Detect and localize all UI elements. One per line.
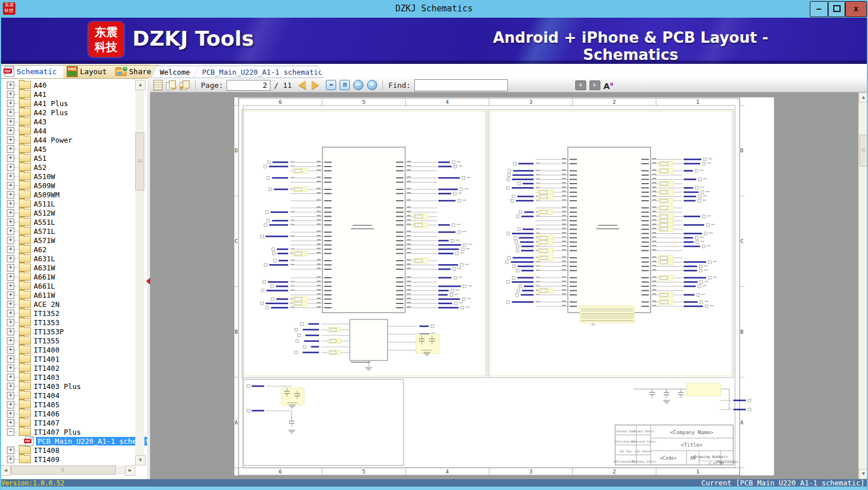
expand-node-icon[interactable]: + <box>7 282 14 290</box>
expand-node-icon[interactable]: + <box>7 228 14 235</box>
tree-item-folder[interactable]: +IT1403 <box>0 372 135 382</box>
tree-item-folder[interactable]: +IT1352 <box>0 309 135 318</box>
expand-node-icon[interactable]: + <box>7 118 14 125</box>
zoom-in-icon[interactable]: + <box>367 80 377 90</box>
tree-item-folder[interactable]: +A41 Plus <box>0 99 135 108</box>
tree-vscroll-thumb[interactable] <box>135 132 144 191</box>
single-page-icon[interactable] <box>154 80 163 91</box>
tree-item-folder[interactable]: +A571W <box>0 236 135 245</box>
expand-node-icon[interactable]: + <box>7 301 14 308</box>
doc-tab-schematic[interactable]: PCB_Main_U220_A1-1 schematic x <box>193 66 324 78</box>
tab-schematic[interactable]: Schematic <box>1 65 74 78</box>
tree-item-folder[interactable]: +A509W <box>0 181 135 190</box>
tree-item-folder[interactable]: +A44 Power <box>0 135 135 144</box>
tree-hscroll-thumb[interactable] <box>11 465 116 475</box>
expand-node-icon[interactable]: + <box>7 191 14 199</box>
tree-item-folder[interactable]: −IT1407 Plus <box>0 427 135 436</box>
tree-item-folder[interactable]: +A42 Plus <box>0 108 135 117</box>
tree-scroll-up-icon[interactable]: ▲ <box>135 80 146 90</box>
expand-node-icon[interactable]: + <box>7 218 14 226</box>
tree-scroll-down-icon[interactable]: ▼ <box>135 455 146 465</box>
tree-item-folder[interactable]: +A40 <box>0 80 135 90</box>
tree-item-folder[interactable]: +A661L <box>0 281 135 290</box>
expand-node-icon[interactable]: + <box>7 310 14 317</box>
tree-item-folder[interactable]: +A571L <box>0 226 135 236</box>
tree-item-folder[interactable]: +A511L <box>0 199 135 208</box>
tree-item-folder[interactable]: +IT1402 <box>0 363 135 372</box>
tree-item-folder[interactable]: +A51 <box>0 153 135 163</box>
tree-scroll-left-icon[interactable]: ◀ <box>1 465 11 476</box>
tree-item-folder[interactable]: +IT1407 <box>0 418 135 427</box>
tree-item-schematic-pdf[interactable]: PCB_Main_U220_A1-1 schematic <box>0 436 135 446</box>
expand-node-icon[interactable]: + <box>7 136 14 144</box>
tree-scroll-right-icon[interactable]: ▶ <box>125 465 135 476</box>
tree-item-folder[interactable]: +IT1406 <box>0 409 135 418</box>
expand-node-icon[interactable]: + <box>7 273 14 281</box>
expand-node-icon[interactable]: + <box>7 291 14 299</box>
tree-item-folder[interactable]: +IT1401 <box>0 354 135 363</box>
tree-item-folder[interactable]: +A611W <box>0 290 135 299</box>
expand-node-icon[interactable]: + <box>7 209 14 217</box>
collapse-node-icon[interactable]: − <box>7 428 14 436</box>
page-number-input[interactable] <box>227 80 271 91</box>
rotate-left-icon[interactable] <box>166 80 176 90</box>
expand-node-icon[interactable]: + <box>7 374 14 381</box>
find-input[interactable] <box>414 79 508 91</box>
tree-item-folder[interactable]: +IT1355 <box>0 336 135 345</box>
text-size-icon[interactable]: Aa <box>604 80 613 90</box>
tree-item-folder[interactable]: +A43 <box>0 117 135 126</box>
expand-node-icon[interactable]: + <box>7 365 14 372</box>
tree-item-folder[interactable]: +A509WM <box>0 190 135 199</box>
fit-width-icon[interactable]: ↔ <box>326 80 336 90</box>
expand-node-icon[interactable]: + <box>7 410 14 418</box>
expand-node-icon[interactable]: + <box>7 447 14 454</box>
tree-item-folder[interactable]: +IT1404 <box>0 391 135 400</box>
expand-node-icon[interactable]: + <box>7 419 14 427</box>
expand-node-icon[interactable]: + <box>7 200 14 208</box>
expand-node-icon[interactable]: + <box>7 264 14 272</box>
expand-node-icon[interactable]: + <box>7 246 14 253</box>
expand-node-icon[interactable]: + <box>7 255 14 262</box>
close-tab-icon[interactable]: x <box>325 68 329 76</box>
tree-item-folder[interactable]: +ACE 2N <box>0 299 135 309</box>
tree-hscrollbar[interactable]: ◀ ▶ <box>1 465 135 475</box>
expand-node-icon[interactable]: + <box>7 456 14 463</box>
expand-node-icon[interactable]: + <box>7 383 14 390</box>
expand-node-icon[interactable]: + <box>7 127 14 135</box>
tree-item-folder[interactable]: +IT1353P <box>0 327 135 336</box>
tree-item-folder[interactable]: +A631W <box>0 263 135 272</box>
expand-node-icon[interactable]: + <box>7 337 14 345</box>
close-button[interactable]: x <box>845 1 867 17</box>
tree-item-folder[interactable]: +IT1403 Plus <box>0 382 135 391</box>
previous-page-icon[interactable] <box>298 80 306 90</box>
tree-item-folder[interactable]: +A41 <box>0 90 135 99</box>
fit-page-icon[interactable]: ⊞ <box>340 80 350 90</box>
tree-vscrollbar[interactable]: ▲ ▼ <box>135 80 144 465</box>
tree-item-folder[interactable]: +IT1353 <box>0 318 135 327</box>
expand-node-icon[interactable]: + <box>7 109 14 116</box>
tree-item-folder[interactable]: +IT1400 <box>0 345 135 354</box>
tree-item-folder[interactable]: +A510W <box>0 172 135 181</box>
viewer-vscroll-thumb[interactable] <box>859 135 867 167</box>
tree-item-folder[interactable]: +IT1408 <box>0 446 135 455</box>
expand-node-icon[interactable]: + <box>7 401 14 408</box>
expand-node-icon[interactable]: + <box>7 237 14 244</box>
expand-node-icon[interactable]: + <box>7 82 14 89</box>
expand-node-icon[interactable]: + <box>7 155 14 162</box>
tree-item-folder[interactable]: +IT1409 <box>0 455 135 464</box>
next-page-icon[interactable] <box>312 80 319 90</box>
expand-node-icon[interactable]: + <box>7 164 14 171</box>
rotate-right-icon[interactable] <box>180 80 190 90</box>
expand-node-icon[interactable]: + <box>7 173 14 180</box>
find-next-icon[interactable] <box>590 80 600 90</box>
tree-item-folder[interactable]: +A45 <box>0 144 135 153</box>
expand-node-icon[interactable]: + <box>7 319 14 326</box>
expand-node-icon[interactable]: + <box>7 392 14 399</box>
expand-node-icon[interactable]: + <box>7 346 14 354</box>
tree-item-folder[interactable]: +A551L <box>0 217 135 226</box>
expand-node-icon[interactable]: + <box>7 328 14 335</box>
expand-node-icon[interactable]: + <box>7 182 14 189</box>
expand-node-icon[interactable]: + <box>7 145 14 153</box>
tree-item-folder[interactable]: +A512W <box>0 208 135 217</box>
tree-item-folder[interactable]: +IT1405 <box>0 400 135 409</box>
